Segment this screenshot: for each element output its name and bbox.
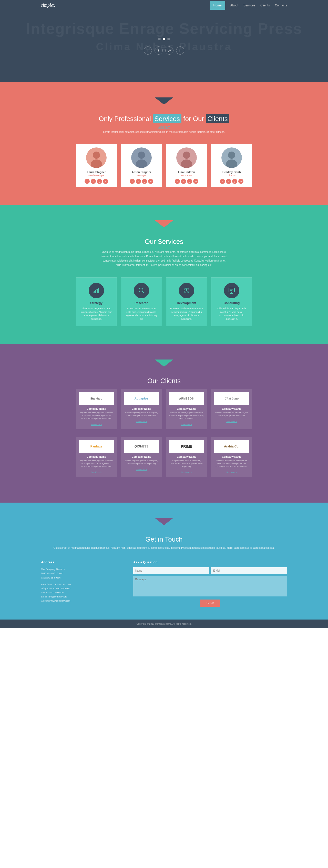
footer: Copyright © 2013 Company name. All right…	[0, 620, 328, 628]
team-social-in-1[interactable]: in	[148, 179, 153, 184]
client-desc-5: Donec adipiscing quam id duis pitto, sem…	[124, 459, 159, 465]
client-more-4[interactable]: See More >	[91, 471, 102, 473]
service-name-1: Research	[124, 301, 159, 305]
about-highlight-services: Services	[153, 114, 182, 123]
team-social-g-0[interactable]: g	[97, 179, 102, 184]
nav-item-services[interactable]: Services	[243, 3, 255, 7]
svg-point-10	[228, 152, 235, 159]
team-social-f-1[interactable]: f	[130, 179, 135, 184]
contact-grid: Address The Company Name is 1845 Mountai…	[41, 560, 287, 607]
service-desc-1: At vero eos et accusamus et iusto odio. …	[124, 307, 159, 321]
nav-link-clients[interactable]: Clients	[260, 4, 270, 7]
client-more-7[interactable]: See More >	[226, 471, 237, 473]
team-role-3: Director	[214, 174, 249, 177]
team-social-f-2[interactable]: f	[175, 179, 180, 184]
client-logo-4: Pantage	[79, 440, 114, 453]
nav-item-home[interactable]: Home	[210, 3, 225, 7]
services-section: Our Services Vivamus at magna non nunc t…	[0, 205, 328, 344]
team-social-t-1[interactable]: t	[136, 179, 141, 184]
team-avatar-0	[86, 148, 107, 168]
services-desc: Vivamus at magna non nunc tristique rhon…	[100, 250, 228, 267]
client-logo-7: Arabia Co.	[214, 440, 249, 453]
nav-item-contacts[interactable]: Contacts	[275, 3, 287, 7]
clients-section: Our Clients Standard Company Name Aliqua…	[0, 344, 328, 503]
social-linkedin-btn[interactable]: in	[176, 46, 184, 55]
address-title: Address	[41, 560, 118, 564]
team-social-f-3[interactable]: f	[220, 179, 225, 184]
team-social-g-3[interactable]: g	[232, 179, 237, 184]
submit-button[interactable]: Send!	[200, 599, 220, 607]
client-more-5[interactable]: See More >	[136, 468, 147, 470]
team-social-in-3[interactable]: in	[238, 179, 243, 184]
team-socials-2: f t g in	[169, 179, 204, 184]
hero-dot-1[interactable]	[158, 38, 161, 40]
team-avatar-3	[221, 148, 242, 168]
address-telephone-label: Telephone: +1 800 434 6020	[41, 586, 118, 591]
social-facebook-btn[interactable]: f	[144, 46, 152, 55]
social-google-btn[interactable]: g+	[165, 46, 173, 55]
service-desc-2: Praesent dapibusurna sem arcu semper adi…	[169, 307, 204, 321]
footer-text: Copyright © 2013 Company name. All right…	[136, 623, 191, 625]
team-role-0: Head Developer	[79, 174, 114, 177]
client-name-7: Company Name	[214, 456, 249, 458]
client-logo-5: QIONESS	[124, 440, 159, 453]
client-card-5: QIONESS Company Name Donec adipiscing qu…	[121, 437, 162, 477]
address-fax-label: Fax: +1 800 000 0000	[41, 591, 118, 595]
clients-row-2: Pantage Company Name Aliquam nibh ante, …	[41, 437, 287, 477]
nav-item-clients[interactable]: Clients	[260, 3, 270, 7]
clients-title: Our Clients	[41, 377, 287, 385]
nav-link-about[interactable]: About	[230, 4, 238, 7]
hero-section: Integrisque Enrage Servicing Press Clima…	[0, 10, 328, 82]
hero-dot-2[interactable]	[163, 38, 165, 40]
team-card-1: Anton Stagner Manager f t g in	[121, 144, 162, 187]
form-title: Ask a Question	[133, 560, 287, 564]
client-logo-0: Standard	[79, 392, 114, 405]
team-name-3: Bradley Grish	[214, 170, 249, 174]
client-more-0[interactable]: See More >	[91, 423, 102, 426]
nav-links: Home About Services Clients Contacts	[210, 3, 287, 7]
team-social-t-3[interactable]: t	[226, 179, 231, 184]
nav-item-about[interactable]: About	[230, 3, 238, 7]
about-chevron	[155, 97, 173, 104]
team-social-f-0[interactable]: f	[85, 179, 90, 184]
name-input[interactable]	[133, 567, 209, 574]
team-social-t-2[interactable]: t	[181, 179, 186, 184]
team-social-g-2[interactable]: g	[187, 179, 192, 184]
social-twitter-btn[interactable]: t	[155, 46, 163, 55]
svg-point-4	[138, 152, 145, 159]
message-textarea[interactable]	[133, 576, 287, 596]
client-more-6[interactable]: See More >	[181, 471, 192, 473]
team-social-in-0[interactable]: in	[103, 179, 108, 184]
email-input[interactable]	[211, 567, 287, 574]
clients-row-1: Standard Company Name Aliquam nibh ante,…	[41, 389, 287, 429]
address-email-label: Email: info@company.org	[41, 595, 118, 599]
about-link[interactable]: Click here	[41, 125, 287, 128]
nav-link-contacts[interactable]: Contacts	[275, 4, 287, 7]
service-desc-0: Vivamus at magna non nunc tristique rhon…	[79, 307, 113, 321]
nav-link-home[interactable]: Home	[210, 1, 225, 10]
clients-chevron	[155, 360, 173, 367]
client-logo-text-2: ARMSEOS	[179, 397, 194, 400]
client-card-2: ARMSEOS Company Name Aliquam nibh ante, …	[166, 389, 207, 429]
client-more-1[interactable]: See More >	[136, 420, 147, 423]
client-logo-1: Aquaplus	[124, 392, 159, 405]
client-name-1: Company Name	[124, 407, 159, 410]
client-more-3[interactable]: See More >	[226, 420, 237, 423]
client-desc-6: Aliquam nibh ante, nullam num, ultrices …	[169, 459, 204, 468]
client-desc-1: Fusce adipiscing quam id duis pitto, sem…	[124, 411, 159, 417]
team-social-g-1[interactable]: g	[142, 179, 147, 184]
svg-rect-22	[229, 288, 234, 292]
team-social-in-2[interactable]: in	[193, 179, 198, 184]
client-logo-text-4: Pantage	[91, 445, 102, 448]
client-more-2[interactable]: See More >	[181, 423, 192, 426]
team-card-2: Lisa Haddon Accountant f t g in	[166, 144, 207, 187]
team-social-t-0[interactable]: t	[91, 179, 96, 184]
client-desc-2: Aliquam nibh ante, egestas id dictum a. …	[169, 411, 204, 420]
about-highlight-clients: Clients	[206, 114, 229, 123]
consulting-icon	[224, 283, 239, 298]
client-logo-text-7: Arabia Co.	[224, 445, 239, 448]
svg-point-21	[186, 290, 187, 291]
hero-dot-3[interactable]	[167, 38, 170, 40]
svg-line-17	[142, 291, 144, 293]
nav-link-services[interactable]: Services	[243, 4, 255, 7]
